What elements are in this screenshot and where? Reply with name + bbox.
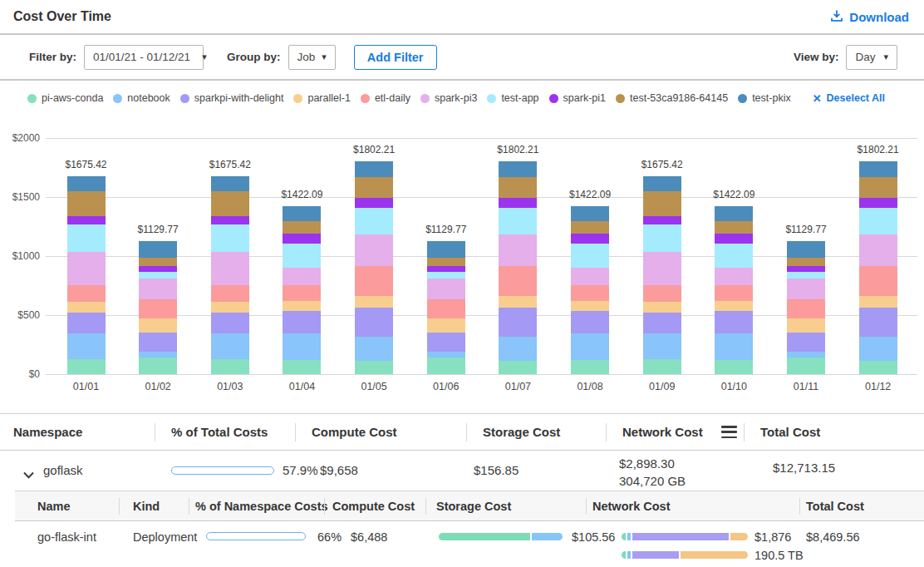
- bar-segment-etl-daily[interactable]: [859, 266, 897, 296]
- bar-segment-etl-daily[interactable]: [427, 299, 465, 318]
- bar-segment-pi-aws-conda[interactable]: [67, 359, 106, 374]
- bar-segment-parallel-1[interactable]: [211, 302, 249, 313]
- bar-segment-sparkpi-with-delight[interactable]: [859, 308, 897, 337]
- bar-segment-notebook[interactable]: [787, 352, 825, 357]
- legend-item-notebook[interactable]: notebook: [113, 92, 170, 104]
- bar-segment-spark-pi3[interactable]: [859, 234, 897, 265]
- stacked-bar-01/11[interactable]: [787, 241, 825, 374]
- bar-segment-pi-aws-conda[interactable]: [571, 360, 609, 374]
- bar-segment-spark-pi3[interactable]: [427, 279, 465, 299]
- bar-segment-test-53ca9186-64145[interactable]: [211, 191, 249, 216]
- view-by-dropdown[interactable]: Day ▾: [846, 45, 897, 70]
- legend-item-sparkpi-with-delight[interactable]: sparkpi-with-delight: [180, 92, 284, 104]
- legend-item-spark-pi3[interactable]: spark-pi3: [420, 92, 477, 104]
- bar-segment-spark-pi1[interactable]: [427, 266, 465, 272]
- bar-segment-pi-aws-conda[interactable]: [787, 357, 825, 374]
- bar-segment-test-pkix[interactable]: [643, 176, 681, 191]
- bar-segment-etl-daily[interactable]: [283, 285, 321, 301]
- stacked-bar-01/03[interactable]: [211, 176, 249, 374]
- stacked-bar-01/09[interactable]: [643, 176, 681, 374]
- bar-segment-test-app[interactable]: [139, 272, 177, 279]
- bar-segment-test-pkix[interactable]: [499, 161, 537, 177]
- table-row-goflask[interactable]: goflask 57.9% $9,658 $156.85 $2,898.30 3…: [0, 451, 924, 491]
- bar-segment-test-app[interactable]: [355, 208, 393, 234]
- bar-segment-test-app[interactable]: [499, 208, 537, 234]
- bar-segment-spark-pi1[interactable]: [787, 266, 825, 272]
- bar-segment-test-app[interactable]: [67, 224, 106, 252]
- bar-segment-sparkpi-with-delight[interactable]: [571, 311, 609, 333]
- bar-segment-pi-aws-conda[interactable]: [211, 359, 249, 374]
- stacked-bar-01/10[interactable]: [715, 206, 753, 374]
- bar-segment-etl-daily[interactable]: [571, 285, 609, 301]
- bar-segment-pi-aws-conda[interactable]: [499, 361, 537, 374]
- bar-segment-sparkpi-with-delight[interactable]: [715, 311, 753, 333]
- bar-segment-test-pkix[interactable]: [859, 161, 897, 177]
- bar-segment-test-53ca9186-64145[interactable]: [859, 177, 897, 198]
- bar-segment-parallel-1[interactable]: [355, 296, 393, 308]
- column-settings-icon[interactable]: [721, 426, 737, 438]
- bar-segment-etl-daily[interactable]: [499, 266, 537, 296]
- legend-item-pi-aws-conda[interactable]: pi-aws-conda: [27, 92, 103, 104]
- bar-segment-spark-pi3[interactable]: [499, 234, 537, 265]
- bar-segment-spark-pi3[interactable]: [787, 279, 825, 299]
- legend-item-test-pkix[interactable]: test-pkix: [738, 92, 791, 104]
- date-range-dropdown[interactable]: 01/01/21 - 01/12/21 ▾: [84, 45, 204, 70]
- stacked-bar-01/05[interactable]: [355, 161, 393, 374]
- bar-segment-test-app[interactable]: [787, 272, 825, 279]
- bar-segment-notebook[interactable]: [715, 333, 753, 359]
- bar-segment-test-53ca9186-64145[interactable]: [715, 221, 753, 234]
- bar-segment-spark-pi1[interactable]: [643, 216, 681, 224]
- bar-segment-etl-daily[interactable]: [211, 285, 249, 302]
- bar-segment-parallel-1[interactable]: [283, 301, 321, 312]
- bar-segment-spark-pi1[interactable]: [571, 234, 609, 244]
- bar-segment-sparkpi-with-delight[interactable]: [499, 308, 537, 337]
- bar-segment-sparkpi-with-delight[interactable]: [67, 313, 106, 333]
- bar-segment-test-53ca9186-64145[interactable]: [571, 221, 609, 234]
- bar-segment-sparkpi-with-delight[interactable]: [211, 313, 249, 333]
- stacked-bar-01/02[interactable]: [139, 241, 177, 374]
- bar-segment-test-pkix[interactable]: [715, 206, 753, 221]
- bar-segment-spark-pi3[interactable]: [139, 279, 177, 299]
- bar-segment-notebook[interactable]: [283, 333, 321, 359]
- bar-segment-spark-pi1[interactable]: [283, 234, 321, 244]
- bar-segment-pi-aws-conda[interactable]: [283, 360, 321, 374]
- bar-segment-sparkpi-with-delight[interactable]: [139, 333, 177, 352]
- download-button[interactable]: Download: [830, 9, 909, 25]
- bar-segment-pi-aws-conda[interactable]: [139, 357, 177, 374]
- bar-segment-spark-pi3[interactable]: [283, 268, 321, 285]
- bar-segment-notebook[interactable]: [859, 337, 897, 361]
- bar-segment-parallel-1[interactable]: [571, 301, 609, 312]
- bar-segment-sparkpi-with-delight[interactable]: [355, 308, 393, 337]
- bar-segment-notebook[interactable]: [499, 337, 537, 361]
- bar-segment-spark-pi3[interactable]: [643, 252, 681, 285]
- bar-segment-test-53ca9186-64145[interactable]: [643, 191, 681, 216]
- bar-segment-notebook[interactable]: [355, 337, 393, 361]
- bar-segment-pi-aws-conda[interactable]: [643, 359, 681, 374]
- bar-segment-test-53ca9186-64145[interactable]: [787, 258, 825, 267]
- bar-segment-spark-pi3[interactable]: [211, 252, 249, 285]
- bar-segment-test-pkix[interactable]: [139, 241, 177, 258]
- bar-segment-etl-daily[interactable]: [67, 285, 106, 302]
- bar-segment-etl-daily[interactable]: [139, 299, 177, 318]
- bar-segment-parallel-1[interactable]: [139, 318, 177, 333]
- bar-segment-test-53ca9186-64145[interactable]: [283, 221, 321, 234]
- legend-item-spark-pi1[interactable]: spark-pi1: [549, 92, 606, 104]
- bar-segment-spark-pi1[interactable]: [859, 198, 897, 208]
- bar-segment-notebook[interactable]: [571, 333, 609, 359]
- bar-segment-test-app[interactable]: [427, 272, 465, 279]
- bar-segment-parallel-1[interactable]: [427, 318, 465, 333]
- bar-segment-test-app[interactable]: [643, 224, 681, 252]
- bar-segment-notebook[interactable]: [67, 333, 106, 359]
- bar-segment-spark-pi1[interactable]: [499, 198, 537, 208]
- bar-segment-etl-daily[interactable]: [643, 285, 681, 302]
- bar-segment-etl-daily[interactable]: [355, 266, 393, 296]
- bar-segment-sparkpi-with-delight[interactable]: [427, 333, 465, 352]
- legend-item-parallel-1[interactable]: parallel-1: [293, 92, 350, 104]
- bar-segment-spark-pi1[interactable]: [355, 198, 393, 208]
- bar-segment-notebook[interactable]: [139, 352, 177, 357]
- bar-segment-test-53ca9186-64145[interactable]: [67, 191, 106, 216]
- bar-segment-spark-pi3[interactable]: [67, 252, 106, 285]
- bar-segment-test-pkix[interactable]: [283, 206, 321, 221]
- stacked-bar-01/01[interactable]: [67, 176, 106, 374]
- bar-segment-notebook[interactable]: [427, 352, 465, 357]
